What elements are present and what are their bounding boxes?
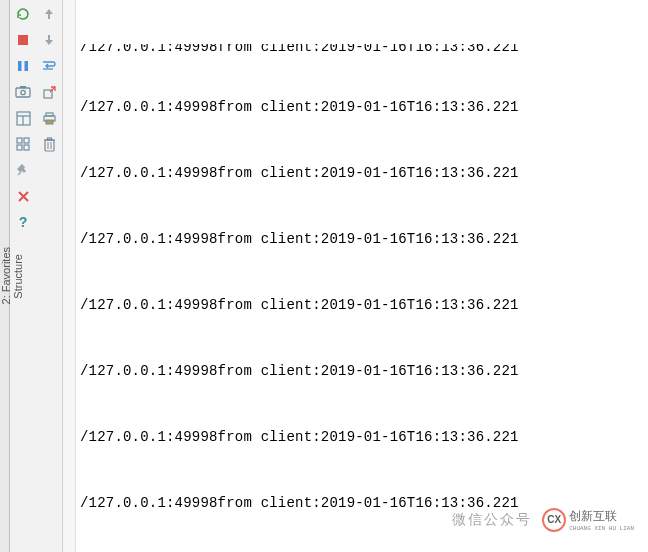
console-line: /127.0.0.1:49998from client:2019-01-16T1…: [80, 44, 648, 52]
help-icon[interactable]: ?: [13, 212, 33, 232]
svg-rect-21: [46, 113, 53, 116]
stop-button[interactable]: [13, 30, 33, 50]
camera-icon[interactable]: [13, 82, 33, 102]
up-arrow-icon[interactable]: [39, 4, 59, 24]
svg-rect-1: [18, 61, 22, 71]
side-tab-favorites[interactable]: 2: Favorites: [0, 247, 12, 304]
editor-gutter: [63, 0, 76, 552]
svg-text:?: ?: [19, 215, 27, 229]
export-icon[interactable]: [39, 82, 59, 102]
console-line: /127.0.0.1:49998from client:2019-01-16T1…: [80, 228, 648, 250]
console-output[interactable]: /127.0.0.1:49998from client:2019-01-16T1…: [76, 0, 648, 552]
console-line: /127.0.0.1:49998from client:2019-01-16T1…: [80, 360, 648, 382]
ide-panel: Structure 2: Favorites: [0, 0, 648, 552]
layout-icon[interactable]: [13, 108, 33, 128]
svg-rect-23: [45, 140, 54, 151]
rerun-button[interactable]: [13, 4, 33, 24]
pause-button[interactable]: [13, 56, 33, 76]
svg-rect-10: [24, 138, 29, 143]
wrap-toggle-icon[interactable]: [39, 56, 59, 76]
pin-icon[interactable]: [13, 160, 33, 180]
side-tool-tabs: Structure 2: Favorites: [0, 0, 10, 552]
svg-rect-2: [25, 61, 29, 71]
svg-rect-25: [47, 138, 51, 140]
print-icon[interactable]: [39, 108, 59, 128]
console-line: /127.0.0.1:49998from client:2019-01-16T1…: [80, 96, 648, 118]
svg-rect-11: [17, 145, 22, 150]
trash-icon[interactable]: [39, 134, 59, 154]
svg-rect-5: [20, 86, 26, 88]
svg-rect-0: [18, 35, 28, 45]
console-line: /127.0.0.1:49998from client:2019-01-16T1…: [80, 294, 648, 316]
svg-point-4: [21, 90, 25, 94]
svg-rect-9: [17, 138, 22, 143]
console-line: /127.0.0.1:49998from client:2019-01-16T1…: [80, 426, 648, 448]
svg-rect-3: [16, 88, 30, 97]
svg-rect-12: [24, 145, 29, 150]
svg-line-13: [18, 172, 21, 175]
toolbar-col-2: [36, 0, 62, 552]
console-line: /127.0.0.1:49998from client:2019-01-16T1…: [80, 492, 648, 514]
down-arrow-icon[interactable]: [39, 30, 59, 50]
side-tab-structure[interactable]: Structure: [12, 254, 24, 299]
close-icon[interactable]: [13, 186, 33, 206]
console-line: /127.0.0.1:49998from client:2019-01-16T1…: [80, 162, 648, 184]
svg-rect-22: [46, 120, 53, 124]
grid-icon[interactable]: [13, 134, 33, 154]
